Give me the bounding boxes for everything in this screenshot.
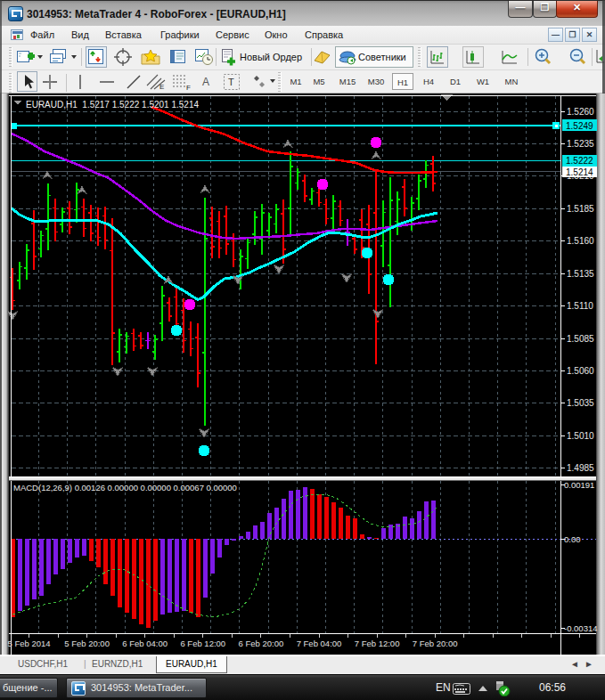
svg-text:1.5160: 1.5160 bbox=[567, 236, 594, 246]
svg-text:1.5010: 1.5010 bbox=[567, 431, 594, 441]
svg-text:F: F bbox=[186, 84, 191, 91]
svg-text:1.5035: 1.5035 bbox=[567, 398, 594, 408]
svg-text:MACD(12,26,9) 0.00126 0.00000: MACD(12,26,9) 0.00126 0.00000 0.00000 0.… bbox=[13, 483, 237, 492]
svg-text:1.5185: 1.5185 bbox=[567, 204, 594, 214]
svg-text:1.5260: 1.5260 bbox=[567, 107, 594, 117]
svg-text:6 Feb 04:00: 6 Feb 04:00 bbox=[122, 639, 168, 648]
svg-text:1.5110: 1.5110 bbox=[567, 301, 593, 311]
svg-text:6 Feb 12:00: 6 Feb 12:00 bbox=[180, 639, 225, 648]
svg-text:0.00: 0.00 bbox=[564, 534, 581, 544]
svg-text:1.5222: 1.5222 bbox=[566, 156, 593, 166]
svg-text:7 Feb 12:00: 7 Feb 12:00 bbox=[355, 639, 400, 648]
svg-text:7 Feb 04:00: 7 Feb 04:00 bbox=[297, 639, 342, 648]
svg-text:1.5060: 1.5060 bbox=[567, 366, 594, 376]
svg-text:1.4985: 1.4985 bbox=[567, 463, 594, 473]
svg-text:1.5085: 1.5085 bbox=[567, 334, 594, 344]
svg-text:7 Feb 20:00: 7 Feb 20:00 bbox=[413, 639, 458, 648]
svg-text:1.5214: 1.5214 bbox=[566, 167, 593, 177]
svg-text:1.5249: 1.5249 bbox=[566, 121, 593, 131]
svg-text:6 Feb 20:00: 6 Feb 20:00 bbox=[239, 639, 284, 648]
svg-text:5 Feb 20:00: 5 Feb 20:00 bbox=[64, 639, 110, 648]
svg-text:1.5235: 1.5235 bbox=[567, 139, 594, 149]
svg-text:EURAUD,H1 1.5217 1.5222 1.520: EURAUD,H1 1.5217 1.5222 1.5201 1.5214 bbox=[26, 100, 199, 110]
svg-text:0.00191: 0.00191 bbox=[564, 480, 594, 490]
svg-text:1.5135: 1.5135 bbox=[567, 269, 594, 279]
svg-text:-0.00314: -0.00314 bbox=[564, 623, 598, 633]
svg-text:E: E bbox=[159, 83, 164, 91]
svg-text:5 Feb 2014: 5 Feb 2014 bbox=[7, 639, 50, 648]
svg-text:T: T bbox=[228, 77, 234, 87]
